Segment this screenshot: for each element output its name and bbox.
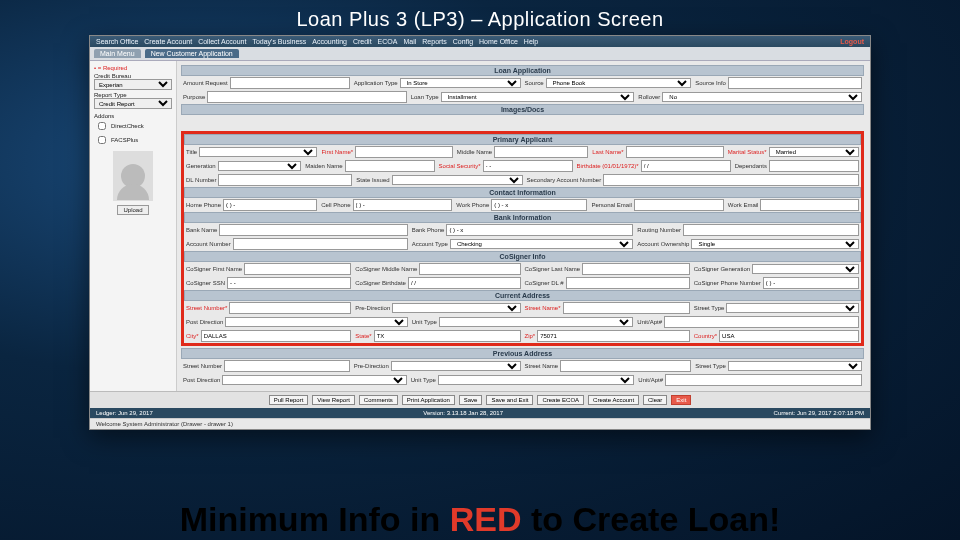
application-type-select[interactable]: In Store — [400, 78, 521, 88]
tab-new-customer[interactable]: New Customer Application — [145, 49, 239, 58]
prev-street-number-input[interactable] — [224, 360, 350, 372]
city-input[interactable] — [201, 330, 352, 342]
cosigner-first-input[interactable] — [244, 263, 351, 275]
account-number-input[interactable] — [233, 238, 408, 250]
report-type-select[interactable]: Credit Report — [94, 98, 172, 109]
prev-postdirection-select[interactable] — [222, 375, 406, 385]
cosigner-middle-input[interactable] — [419, 263, 520, 275]
marital-status-select[interactable]: Married — [769, 147, 859, 157]
tb-mail[interactable]: Mail — [403, 38, 416, 45]
tb-accounting[interactable]: Accounting — [312, 38, 347, 45]
prev-street-name-input[interactable] — [560, 360, 691, 372]
save-and-exit-button[interactable]: Save and Exit — [486, 395, 533, 405]
tb-help[interactable]: Help — [524, 38, 538, 45]
ssn-input[interactable] — [483, 160, 573, 172]
sourceinfo-input[interactable] — [728, 77, 862, 89]
maiden-name-input[interactable] — [345, 160, 435, 172]
state-input[interactable] — [374, 330, 521, 342]
create-account-button[interactable]: Create Account — [588, 395, 639, 405]
tb-homeoffice[interactable]: Home Office — [479, 38, 518, 45]
street-type-select[interactable] — [726, 303, 859, 313]
tb-today[interactable]: Today's Business — [252, 38, 306, 45]
tb-config[interactable]: Config — [453, 38, 473, 45]
facsplus-checkbox[interactable] — [98, 136, 106, 144]
create-ecoa-button[interactable]: Create ECOA — [537, 395, 584, 405]
loan-type-select[interactable]: Installment — [441, 92, 635, 102]
print-application-button[interactable]: Print Application — [402, 395, 455, 405]
routing-number-input[interactable] — [683, 224, 859, 236]
tb-ecoa[interactable]: ECOA — [378, 38, 398, 45]
country-input[interactable] — [719, 330, 859, 342]
cosigner-dl-input[interactable] — [566, 277, 690, 289]
prev-predirection-label: Pre-Direction — [354, 363, 389, 369]
personal-email-input[interactable] — [634, 199, 724, 211]
rollover-select[interactable]: No — [662, 92, 862, 102]
prev-street-type-label: Street Type — [695, 363, 726, 369]
prev-unit-apt-input[interactable] — [665, 374, 862, 386]
title-select[interactable] — [199, 147, 317, 157]
birthdate-input[interactable] — [641, 160, 731, 172]
predirection-select[interactable] — [392, 303, 520, 313]
prev-street-type-select[interactable] — [728, 361, 862, 371]
bank-name-input[interactable] — [219, 224, 407, 236]
tb-search[interactable]: Search Office — [96, 38, 138, 45]
credit-bureau-select[interactable]: Experian — [94, 79, 172, 90]
generation-select[interactable] — [218, 161, 302, 171]
first-name-input[interactable] — [355, 146, 453, 158]
middle-name-input[interactable] — [494, 146, 588, 158]
view-report-button[interactable]: View Report — [312, 395, 355, 405]
street-number-input[interactable] — [229, 302, 351, 314]
cell-phone-input[interactable] — [353, 199, 453, 211]
dl-number-input[interactable] — [218, 174, 352, 186]
postdirection-select[interactable] — [225, 317, 407, 327]
cosigner-middle-label: CoSigner Middle Name — [355, 266, 417, 272]
tb-collect[interactable]: Collect Account — [198, 38, 246, 45]
cosigner-phone-input[interactable] — [763, 277, 859, 289]
purpose-label: Purpose — [183, 94, 205, 100]
cosigner-birthdate-input[interactable] — [408, 277, 521, 289]
sourceinfo-label: Source Info — [695, 80, 726, 86]
unit-apt-input[interactable] — [664, 316, 859, 328]
tb-reports[interactable]: Reports — [422, 38, 447, 45]
bank-phone-input[interactable] — [446, 224, 633, 236]
middle-name-label: Middle Name — [457, 149, 492, 155]
save-button[interactable]: Save — [459, 395, 483, 405]
tb-create[interactable]: Create Account — [144, 38, 192, 45]
exit-button[interactable]: Exit — [671, 395, 691, 405]
directcheck-label: DirectCheck — [111, 123, 144, 129]
amount-request-input[interactable] — [230, 77, 350, 89]
birthdate-label: Birthdate (01/01/1972)* — [577, 163, 639, 169]
unit-type-select[interactable] — [439, 317, 633, 327]
version-status: Version: 3.13.18 Jan 28, 2017 — [423, 410, 503, 416]
tb-credit[interactable]: Credit — [353, 38, 372, 45]
prev-predirection-select[interactable] — [391, 361, 521, 371]
dependants-input[interactable] — [769, 160, 859, 172]
work-phone-input[interactable] — [491, 199, 587, 211]
cosigner-generation-select[interactable] — [752, 264, 859, 274]
last-name-input[interactable] — [626, 146, 724, 158]
section-cosigner-info: CoSigner Info — [184, 251, 861, 262]
source-select[interactable]: Phone Book — [546, 78, 692, 88]
directcheck-checkbox[interactable] — [98, 122, 106, 130]
comments-button[interactable]: Comments — [359, 395, 398, 405]
street-name-input[interactable] — [563, 302, 690, 314]
work-email-input[interactable] — [760, 199, 859, 211]
account-type-select[interactable]: Checking — [450, 239, 633, 249]
zip-input[interactable] — [537, 330, 690, 342]
secondary-account-input[interactable] — [603, 174, 859, 186]
home-phone-input[interactable] — [223, 199, 317, 211]
tab-main-menu[interactable]: Main Menu — [94, 49, 141, 58]
zip-label: Zip* — [525, 333, 536, 339]
upload-button[interactable]: Upload — [117, 205, 149, 215]
prev-unit-type-select[interactable] — [438, 375, 634, 385]
purpose-input[interactable] — [207, 91, 406, 103]
main-toolbar: Search Office Create Account Collect Acc… — [90, 36, 870, 47]
logout-link[interactable]: Logout — [840, 38, 864, 45]
account-ownership-select[interactable]: Single — [691, 239, 859, 249]
cosigner-ssn-input[interactable] — [227, 277, 351, 289]
cosigner-last-input[interactable] — [582, 263, 690, 275]
pull-report-button[interactable]: Pull Report — [269, 395, 309, 405]
account-ownership-label: Account Ownership — [637, 241, 689, 247]
clear-button[interactable]: Clear — [643, 395, 667, 405]
state-issued-select[interactable] — [392, 175, 523, 185]
